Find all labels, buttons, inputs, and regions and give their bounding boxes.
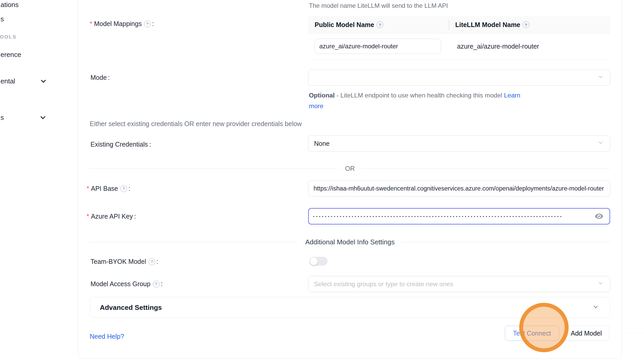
mode-help-text: Optional - LiteLLM endpoint to use when …	[309, 90, 532, 111]
model-mappings-label: * Model Mappings ? :	[90, 20, 154, 28]
field-label-text: Mode	[90, 74, 107, 81]
advanced-settings-label: Advanced Settings	[100, 304, 162, 312]
field-label-text: Team-BYOK Model	[90, 258, 146, 265]
field-label-text: API Base	[91, 185, 118, 192]
column-header-text: Public Model Name	[315, 21, 374, 29]
sidebar-item-inference[interactable]: erence	[1, 51, 21, 59]
required-asterisk: *	[87, 185, 89, 192]
clipped-input-fragment	[385, 0, 440, 1]
sidebar-item-label: erence	[1, 51, 21, 58]
help-icon[interactable]: ?	[376, 21, 383, 28]
model-name-help-text: The model name LiteLLM will send to the …	[309, 2, 448, 9]
additional-settings-divider: Additional Model Info Settings	[90, 238, 610, 246]
chevron-down-icon[interactable]	[39, 114, 47, 122]
help-icon[interactable]: ?	[153, 281, 160, 287]
api-base-input[interactable]: https://ishaa-mh6uutut-swedencentral.cog…	[308, 180, 610, 197]
divider-line	[90, 168, 338, 169]
additional-settings-divider-text: Additional Model Info Settings	[298, 238, 401, 246]
api-base-value: https://ishaa-mh6uutut-swedencentral.cog…	[308, 185, 610, 192]
mode-help-body: - LiteLLM endpoint to use when health ch…	[335, 92, 504, 99]
label-colon: :	[108, 74, 110, 81]
help-glyph: ?	[525, 23, 527, 27]
sidebar-item-label: ations	[1, 1, 18, 9]
sidebar-section-tools: TOOLS	[0, 34, 17, 40]
click-highlight-circle	[519, 303, 569, 352]
toggle-knob	[310, 257, 318, 265]
add-model-button[interactable]: Add Model	[563, 326, 609, 341]
api-base-label: * API Base ? :	[87, 185, 130, 192]
sidebar-section-label: TOOLS	[0, 34, 17, 40]
column-divider	[449, 19, 449, 30]
sidebar-item-integrations[interactable]: ations	[1, 1, 18, 9]
masked-password-value: ••••••••••••••••••••••••••••••••••••••••…	[309, 214, 594, 219]
divider-line	[362, 168, 610, 169]
model-access-group-placeholder: Select existing groups or type to create…	[308, 280, 453, 288]
existing-credentials-value: None	[308, 140, 330, 147]
mode-select[interactable]	[308, 70, 610, 86]
need-help-link[interactable]: Need Help?	[90, 333, 124, 340]
learn-more-link[interactable]: more	[309, 102, 323, 109]
help-glyph: ?	[123, 186, 125, 191]
litellm-model-name-value: azure_ai/azure-model-router	[457, 34, 539, 59]
label-colon: :	[157, 258, 158, 265]
chevron-down-icon	[597, 74, 604, 82]
team-byok-toggle[interactable]	[309, 257, 328, 266]
azure-api-key-input[interactable]: ••••••••••••••••••••••••••••••••••••••••…	[308, 208, 610, 225]
required-asterisk: *	[87, 213, 89, 220]
required-asterisk: *	[90, 20, 92, 28]
field-label-text: Azure API Key	[91, 213, 133, 220]
help-glyph: ?	[146, 22, 148, 26]
or-divider-text: OR	[338, 165, 362, 172]
help-glyph: ?	[155, 282, 157, 286]
sidebar-item-label: ental	[1, 77, 15, 85]
existing-credentials-select[interactable]: None	[308, 135, 610, 152]
field-label-text: Model Access Group	[90, 280, 151, 288]
label-colon: :	[134, 213, 136, 220]
mode-label: Mode :	[90, 74, 110, 81]
learn-more-link[interactable]: Learn	[504, 92, 520, 99]
public-model-name-input[interactable]	[315, 39, 441, 54]
divider-line	[401, 242, 610, 242]
background-artifact-line	[623, 333, 644, 333]
chevron-down-icon	[597, 140, 604, 147]
chevron-down-icon[interactable]	[40, 77, 47, 86]
table-row: azure_ai/azure-model-router	[308, 34, 610, 60]
chevron-down-icon	[597, 280, 604, 288]
add-model-page: ations s TOOLS erence ental s The model …	[0, 0, 644, 360]
column-header-litellm-model-name: LiteLLM Model Name ?	[449, 16, 610, 33]
help-icon[interactable]: ?	[523, 21, 529, 28]
table-header-row: Public Model Name ? LiteLLM Model Name ?	[308, 16, 610, 34]
chevron-down-icon	[592, 304, 599, 311]
help-icon[interactable]: ?	[144, 21, 151, 27]
or-divider: OR	[90, 165, 610, 172]
add-model-button-label: Add Model	[571, 330, 602, 337]
column-header-public-model-name: Public Model Name ?	[308, 16, 449, 33]
sidebar-item-label: s	[1, 114, 4, 121]
team-byok-label: Team-BYOK Model ? :	[90, 258, 158, 265]
label-colon: :	[149, 141, 151, 148]
model-access-group-select[interactable]: Select existing groups or type to create…	[308, 276, 610, 292]
sidebar-item-label: s	[1, 15, 4, 23]
help-icon[interactable]: ?	[120, 185, 127, 192]
existing-credentials-label: Existing Credentials :	[90, 141, 151, 148]
sidebar-item-settings[interactable]: s	[1, 114, 4, 122]
model-mappings-table: Public Model Name ? LiteLLM Model Name ?…	[308, 16, 610, 60]
divider-line	[90, 242, 298, 242]
help-icon[interactable]: ?	[148, 258, 155, 265]
label-colon: :	[128, 185, 130, 192]
help-glyph: ?	[379, 23, 381, 27]
credentials-note: Either select existing credentials OR en…	[90, 120, 302, 128]
field-label-text: Existing Credentials	[90, 141, 148, 148]
azure-api-key-label: * Azure API Key :	[87, 213, 136, 220]
sidebar-item-models[interactable]: s	[1, 15, 4, 23]
label-colon: :	[161, 280, 163, 288]
sidebar-item-experimental[interactable]: ental	[1, 77, 15, 85]
optional-bold: Optional	[309, 92, 335, 99]
model-access-group-label: Model Access Group ? :	[90, 280, 163, 288]
column-header-text: LiteLLM Model Name	[455, 21, 520, 29]
field-label-text: Model Mappings	[94, 20, 142, 28]
eye-icon[interactable]	[594, 212, 604, 221]
help-glyph: ?	[151, 259, 153, 264]
label-colon: :	[152, 20, 154, 28]
